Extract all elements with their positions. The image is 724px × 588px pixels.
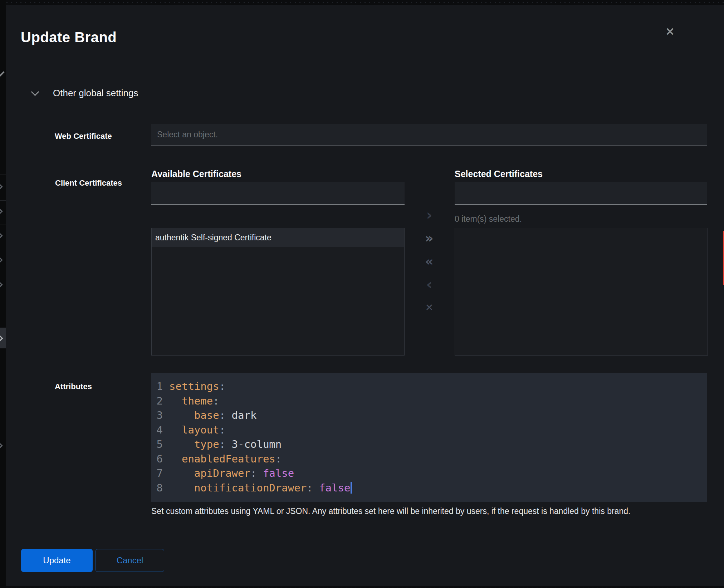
code-line: 4 layout:: [156, 423, 707, 437]
section-toggle-other-global-settings[interactable]: Other global settings: [32, 85, 138, 101]
chevron-right-icon: [0, 233, 3, 239]
chevron-right-icon: [0, 335, 3, 342]
code-line: 8 notificationDrawer: false: [156, 481, 707, 495]
move-all-left-button[interactable]: «: [423, 255, 436, 268]
chevron-right-icon: [0, 282, 3, 288]
code-line: 5 type: 3-column: [156, 437, 707, 452]
app-background: Update Brand ✕ Other global settings Web…: [0, 0, 724, 588]
code-line: 3 base: dark: [156, 408, 707, 423]
collapsed-nav-sidebar: [0, 0, 6, 588]
close-icon[interactable]: ✕: [662, 24, 677, 39]
update-button[interactable]: Update: [21, 549, 93, 572]
chevron-right-icon: [0, 443, 3, 449]
chevron-right-icon: [0, 184, 3, 190]
update-brand-modal: Update Brand ✕ Other global settings Web…: [6, 5, 724, 586]
selected-count-status: 0 item(s) selected.: [455, 214, 522, 224]
chevron-down-icon: [31, 88, 39, 96]
nav-check-icon: [0, 71, 5, 77]
move-selected-right-button[interactable]: ›: [423, 209, 436, 221]
code-line: 1settings:: [156, 379, 707, 394]
page-title: Update Brand: [21, 28, 117, 46]
text-caret: [351, 482, 352, 494]
available-certificates-list: authentik Self-signed Certificate: [151, 228, 405, 356]
code-line: 7 apiDrawer: false: [156, 466, 707, 481]
available-certificates-header: Available Certificates: [151, 169, 241, 179]
attributes-label: Attributes: [55, 382, 92, 391]
selected-search-input[interactable]: [455, 182, 707, 205]
web-certificate-input[interactable]: [151, 124, 707, 146]
clear-selection-button[interactable]: ✕: [423, 301, 436, 314]
attributes-help-text: Set custom attributes using YAML or JSON…: [151, 506, 630, 516]
certificate-list-item[interactable]: authentik Self-signed Certificate: [152, 228, 404, 247]
section-label: Other global settings: [53, 88, 138, 99]
code-line: 2 theme:: [156, 394, 707, 408]
cancel-button[interactable]: Cancel: [96, 549, 164, 572]
chevron-right-icon: [0, 257, 3, 263]
nav-active-item: [0, 328, 6, 348]
available-search-input[interactable]: [151, 182, 405, 205]
dual-list-transfer-controls: ›»«‹✕: [423, 209, 436, 314]
selected-certificates-header: Selected Certificates: [455, 169, 543, 179]
client-certificates-label: Client Certificates: [55, 178, 122, 188]
selected-certificates-list: [455, 228, 708, 356]
chevron-right-icon: [0, 209, 3, 215]
move-selected-left-button[interactable]: ‹: [423, 278, 436, 291]
move-all-right-button[interactable]: »: [423, 232, 436, 245]
attributes-code-editor[interactable]: 1settings:2 theme:3 base: dark4 layout:5…: [151, 373, 707, 502]
code-line: 6 enabledFeatures:: [156, 452, 707, 466]
web-certificate-label: Web Certificate: [55, 132, 112, 141]
